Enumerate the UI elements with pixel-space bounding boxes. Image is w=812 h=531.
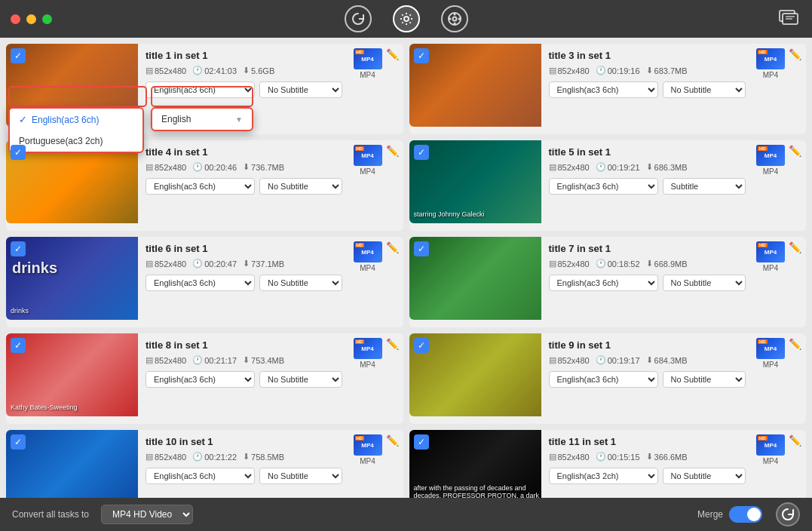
edit-icon-title8[interactable]: ✏️ — [386, 338, 399, 350]
item-card-title7: ✓ ✏️ title 7 in set 1 ▤ 852x480 🕐 00:18:… — [409, 237, 807, 327]
audio-select-title1[interactable]: English(ac3 6ch) — [146, 81, 255, 98]
audio-select-title6[interactable]: English(ac3 6ch) — [146, 275, 255, 291]
resolution-title6: ▤ 852x480 — [146, 259, 186, 269]
size-value: 737.1MB — [251, 259, 284, 269]
audio-select-title11[interactable]: English(ac3 2ch) — [549, 468, 658, 484]
edit-icon-title1[interactable]: ✏️ — [386, 48, 399, 60]
check-badge-title7[interactable]: ✓ — [414, 241, 429, 256]
close-button[interactable] — [11, 14, 20, 24]
subtitle-select-title10[interactable]: No Subtitle — [259, 468, 342, 484]
size-title5: ⬇ 686.3MB — [646, 162, 688, 172]
resolution-title3: ▤ 852x480 — [549, 66, 590, 75]
reel-icon[interactable] — [441, 5, 468, 32]
thumb-title6: ✓ drinks drinks — [6, 237, 138, 320]
subtitle-select-title11[interactable]: No Subtitle — [663, 468, 746, 484]
thumb-title3: ✓ — [409, 44, 541, 127]
edit-icon-title9[interactable]: ✏️ — [789, 338, 801, 350]
mp4-icon-title5: MP4 — [756, 145, 785, 166]
item-info-title3: ✏️ title 3 in set 1 ▤ 852x480 🕐 00:19:16… — [541, 44, 807, 134]
resolution-title4: ▤ 852x480 — [146, 162, 186, 172]
subtitle-select-title4[interactable]: No Subtitle — [259, 178, 342, 195]
check-badge-title5[interactable]: ✓ — [414, 145, 429, 160]
window-controls — [11, 14, 52, 24]
lang-option-english[interactable]: English ▼ — [152, 109, 252, 130]
audio-select-title4[interactable]: English(ac3 6ch) — [146, 178, 255, 195]
resolution-icon: ▤ — [146, 66, 153, 75]
duration-title7: 🕐 00:18:52 — [596, 259, 640, 269]
start-convert-button[interactable] — [776, 502, 800, 526]
duration-title11: 🕐 00:15:15 — [596, 452, 640, 462]
edit-icon-title11[interactable]: ✏️ — [789, 434, 801, 447]
subtitle-select-title1[interactable]: No Subtitle — [259, 81, 342, 98]
subtitle-select-title5[interactable]: Subtitle — [663, 178, 746, 195]
resolution-value: 852x480 — [155, 356, 186, 365]
audio-select-title9[interactable]: English(ac3 6ch) — [549, 371, 658, 388]
resolution-value: 852x480 — [155, 259, 186, 269]
audio-option-english[interactable]: ✓ English(ac3 6ch) — [10, 109, 142, 130]
size-title10: ⬇ 758.5MB — [243, 452, 284, 462]
subtitle-select-title7[interactable]: No Subtitle — [663, 275, 746, 291]
check-badge-title8[interactable]: ✓ — [11, 338, 26, 353]
restore-icon[interactable] — [345, 5, 372, 32]
check-badge-title9[interactable]: ✓ — [414, 338, 429, 353]
clock-icon: 🕐 — [596, 452, 606, 462]
mp4-icon-title6: MP4 — [354, 241, 382, 262]
duration-value: 00:15:15 — [608, 453, 640, 462]
edit-icon-title4[interactable]: ✏️ — [386, 145, 399, 157]
duration-title8: 🕐 00:21:17 — [192, 355, 237, 365]
duration-title1: 🕐 02:41:03 — [192, 66, 237, 75]
item-selects-title11: English(ac3 2ch) No Subtitle — [549, 468, 799, 484]
audio-select-title5[interactable]: English(ac3 6ch) — [549, 178, 658, 195]
thumb-title9: ✓ — [409, 333, 541, 416]
settings-icon[interactable] — [393, 5, 420, 32]
check-badge-title10[interactable]: ✓ — [11, 434, 26, 450]
mp4-label-title11: MP4 — [763, 457, 779, 465]
edit-icon-title6[interactable]: ✏️ — [386, 241, 399, 253]
item-info-title6: ✏️ title 6 in set 1 ▤ 852x480 🕐 00:20:47… — [138, 237, 403, 327]
duration-value: 00:19:21 — [608, 163, 640, 172]
merge-toggle[interactable] — [729, 506, 762, 523]
edit-icon-title3[interactable]: ✏️ — [789, 48, 801, 60]
item-card-title8: ✓ Kathy Bates-Sweeting ✏️ title 8 in set… — [6, 333, 403, 424]
lang-dropdown[interactable]: English ▼ — [151, 107, 253, 131]
minimize-button[interactable] — [26, 14, 36, 24]
audio-select-title3[interactable]: English(ac3 6ch) — [549, 81, 658, 98]
item-selects-title5: English(ac3 6ch) Subtitle — [549, 178, 799, 195]
maximize-button[interactable] — [42, 14, 52, 24]
subtitle-select-title8[interactable]: No Subtitle — [259, 371, 342, 388]
edit-icon-title5[interactable]: ✏️ — [789, 145, 801, 157]
audio-option-portuguese[interactable]: Portuguese(ac3 2ch) — [10, 130, 142, 152]
batch-icon[interactable] — [779, 8, 800, 29]
lang-option-english-label: English — [161, 114, 191, 124]
check-badge-title4[interactable]: ✓ — [11, 145, 26, 160]
audio-select-title8[interactable]: English(ac3 6ch) — [146, 371, 255, 388]
subtitle-select-title6[interactable]: No Subtitle — [259, 275, 342, 291]
check-badge-title11[interactable]: ✓ — [414, 434, 429, 450]
size-title4: ⬇ 736.7MB — [243, 162, 284, 172]
item-card-title9: ✓ ✏️ title 9 in set 1 ▤ 852x480 🕐 00:19:… — [409, 333, 807, 424]
subtitle-select-title9[interactable]: No Subtitle — [663, 371, 746, 388]
duration-title5: 🕐 00:19:21 — [596, 162, 640, 172]
subtitle-select-title3[interactable]: No Subtitle — [663, 81, 746, 98]
check-badge-title6[interactable]: ✓ — [11, 241, 26, 256]
edit-icon-title7[interactable]: ✏️ — [789, 241, 801, 253]
convert-format-select[interactable]: MP4 HD Video — [101, 505, 193, 524]
size-value: 668.9MB — [654, 259, 688, 269]
audio-select-title7[interactable]: English(ac3 6ch) — [549, 275, 658, 291]
audio-dropdown[interactable]: ✓ English(ac3 6ch) Portuguese(ac3 2ch) — [8, 107, 144, 153]
resolution-value: 852x480 — [155, 163, 186, 172]
size-value: 683.7MB — [654, 66, 688, 75]
clock-icon: 🕐 — [596, 355, 606, 365]
thumb-actor-title11: after with the passing of decades and de… — [414, 484, 541, 498]
duration-title9: 🕐 00:19:17 — [596, 355, 640, 365]
edit-icon-title10[interactable]: ✏️ — [386, 434, 399, 447]
size-value: 5.6GB — [251, 66, 274, 75]
app-container: ✓ ✏️ title 1 in set 1 ▤ 852x480 🕐 02:41:… — [0, 0, 812, 531]
thumb-actor-title5: starring Johnny Galecki — [414, 210, 485, 219]
audio-select-title10[interactable]: English(ac3 6ch) — [146, 468, 255, 484]
check-badge-title1[interactable]: ✓ — [11, 48, 26, 63]
resolution-icon: ▤ — [549, 452, 556, 462]
item-info-title7: ✏️ title 7 in set 1 ▤ 852x480 🕐 00:18:52… — [541, 237, 807, 327]
download-icon: ⬇ — [243, 355, 250, 365]
check-badge-title3[interactable]: ✓ — [414, 48, 429, 63]
